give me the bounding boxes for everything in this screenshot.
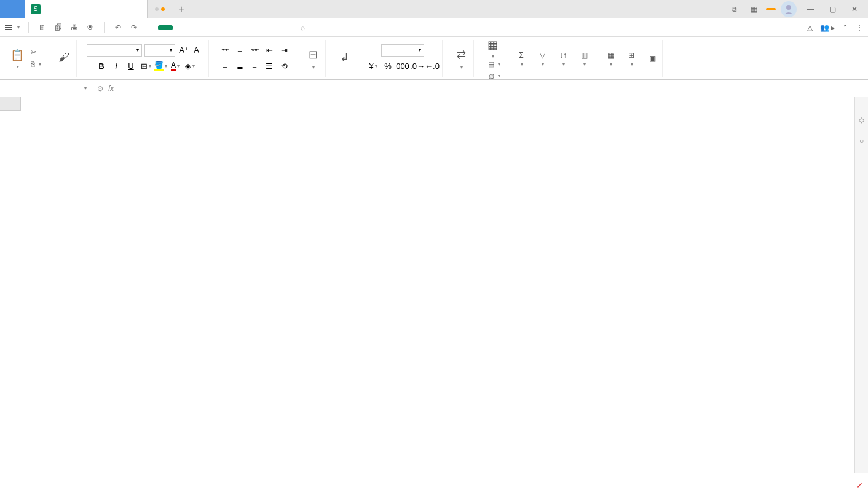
brush-icon[interactable]: 🖌 xyxy=(55,49,73,66)
login-button[interactable] xyxy=(766,8,776,10)
tab-view[interactable] xyxy=(247,25,261,30)
indent-inc-icon[interactable]: ⇥ xyxy=(278,44,290,57)
cellstyle-button[interactable]: ▧ xyxy=(488,72,500,80)
print-icon[interactable]: 🖶 xyxy=(69,23,79,32)
dec-inc-icon[interactable]: .0→ xyxy=(411,60,424,73)
tab-dev[interactable] xyxy=(261,25,276,30)
paste-label[interactable] xyxy=(15,64,19,69)
sync-status[interactable]: △ xyxy=(807,23,813,32)
grid[interactable] xyxy=(21,111,868,473)
justify-icon[interactable]: ☰ xyxy=(263,60,275,73)
align-right-icon[interactable]: ≡ xyxy=(248,60,261,73)
dec-dec-icon[interactable]: ←.0 xyxy=(426,60,438,73)
font-color-button[interactable]: A xyxy=(169,60,181,73)
align-bot-icon[interactable]: ⬵ xyxy=(248,44,261,57)
filter-label[interactable] xyxy=(540,61,544,67)
size-select[interactable]: ▾ xyxy=(144,44,175,57)
typeconv-icon[interactable]: ⇄ xyxy=(452,46,470,63)
rowcol-icon[interactable]: ⊞ xyxy=(625,49,637,61)
coop-button[interactable]: 👥 ▸ xyxy=(820,23,835,32)
sort-icon[interactable]: ↓↑ xyxy=(557,49,569,61)
filter-icon[interactable]: ▽ xyxy=(536,49,548,61)
editing-group: Σ ▽ ↓↑ ▥ xyxy=(511,40,594,77)
percent-icon[interactable]: % xyxy=(382,60,394,73)
collapse-ribbon-icon[interactable]: ⌃ xyxy=(842,23,848,32)
wrap-icon[interactable]: ↲ xyxy=(336,49,353,66)
merge-icon[interactable]: ⊟ xyxy=(304,46,322,63)
fx-icon[interactable]: fx xyxy=(108,84,114,93)
align-top-icon[interactable]: ⬴ xyxy=(219,44,231,57)
add-tab-button[interactable]: + xyxy=(172,0,191,18)
font-group: ▾ ▾ A⁺ A⁻ B I U ⊞ 🪣 A ◈ xyxy=(83,40,209,77)
cell-label[interactable] xyxy=(609,61,612,67)
border-button[interactable]: ⊞ xyxy=(140,60,152,73)
tab-layout[interactable] xyxy=(187,25,202,30)
align-left-icon[interactable]: ≡ xyxy=(219,60,231,73)
tablestyle-button[interactable]: ▤ xyxy=(488,60,500,68)
align-center-icon[interactable]: ≣ xyxy=(234,60,246,73)
close-button[interactable]: ✕ xyxy=(846,5,863,14)
fill-color-button[interactable]: 🪣 xyxy=(154,60,167,73)
tab-member[interactable] xyxy=(276,25,291,30)
tab-insert[interactable] xyxy=(173,25,187,30)
file-menu[interactable]: ▾ xyxy=(5,25,20,30)
shrink-font-icon[interactable]: A⁻ xyxy=(192,44,205,57)
cells-group: ▦ ⊞ ▣ xyxy=(601,40,663,77)
name-input[interactable] xyxy=(5,84,84,93)
font-select[interactable]: ▾ xyxy=(87,44,142,57)
align-mid-icon[interactable]: ≡ xyxy=(234,44,246,57)
tab-review[interactable] xyxy=(232,25,247,30)
orient-icon[interactable]: ⟲ xyxy=(278,60,290,73)
cut-button[interactable]: ✂ xyxy=(31,49,41,57)
sum-label[interactable] xyxy=(519,61,523,67)
search-box[interactable]: ⌕ xyxy=(301,23,307,32)
redo-icon[interactable]: ↷ xyxy=(129,23,139,32)
fill-label[interactable] xyxy=(582,61,586,67)
name-box[interactable]: ▾ xyxy=(0,80,92,97)
indent-dec-icon[interactable]: ⇤ xyxy=(263,44,275,57)
comma-icon[interactable]: 000 xyxy=(397,60,409,73)
fill-icon[interactable]: ▥ xyxy=(578,49,590,61)
condfmt-label[interactable] xyxy=(491,53,494,59)
side-icon[interactable]: ◇ xyxy=(859,116,864,124)
more-icon[interactable]: ⋮ xyxy=(856,23,863,32)
italic-button[interactable]: I xyxy=(110,60,122,73)
tab-formula[interactable] xyxy=(202,25,217,30)
underline-button[interactable]: U xyxy=(125,60,137,73)
save-icon[interactable]: 🗎 xyxy=(37,23,47,32)
tab-indicators xyxy=(148,0,172,18)
typeconv-label[interactable] xyxy=(459,65,463,70)
currency-icon[interactable]: ¥ xyxy=(367,60,379,73)
tab-data[interactable] xyxy=(217,25,232,30)
cell-icon[interactable]: ▦ xyxy=(604,49,617,61)
sum-icon[interactable]: Σ xyxy=(515,49,527,61)
menu-bar: ▾ 🗎 🗐 🖶 👁 ↶ ↷ ⌕ △ 👥 ▸ ⌃ ⋮ xyxy=(0,18,868,37)
merge-label[interactable] xyxy=(311,65,315,70)
sheet-area: ◇ ○ xyxy=(0,97,868,473)
side-panel: ◇ ○ xyxy=(854,97,868,473)
paste-icon[interactable]: 📋 xyxy=(9,47,26,64)
copy-button[interactable]: ⎘ xyxy=(31,60,41,68)
minimize-button[interactable]: — xyxy=(802,5,819,14)
numfmt-select[interactable]: ▾ xyxy=(381,44,424,57)
condfmt-icon[interactable]: ▦ xyxy=(484,37,501,53)
worksheet-icon[interactable]: ▣ xyxy=(646,52,658,65)
apps-icon[interactable]: ▦ xyxy=(746,2,761,17)
tab-start[interactable] xyxy=(158,25,173,30)
grow-font-icon[interactable]: A⁺ xyxy=(178,44,190,57)
rowcol-label[interactable] xyxy=(629,61,633,67)
side-icon[interactable]: ○ xyxy=(859,136,864,145)
sort-label[interactable] xyxy=(561,61,565,67)
avatar-icon[interactable] xyxy=(781,1,797,17)
preview-icon[interactable]: 👁 xyxy=(85,23,95,32)
select-all-corner[interactable] xyxy=(0,97,21,111)
undo-icon[interactable]: ↶ xyxy=(113,23,123,32)
effects-button[interactable]: ◈ xyxy=(184,60,196,73)
cancel-icon[interactable]: ⊝ xyxy=(97,84,103,93)
home-tab[interactable] xyxy=(0,0,25,18)
file-tab[interactable]: S xyxy=(25,0,148,18)
saveas-icon[interactable]: 🗐 xyxy=(53,23,63,32)
bold-button[interactable]: B xyxy=(95,60,108,73)
layout-icon[interactable]: ⧉ xyxy=(727,2,741,17)
maximize-button[interactable]: ▢ xyxy=(824,5,841,14)
